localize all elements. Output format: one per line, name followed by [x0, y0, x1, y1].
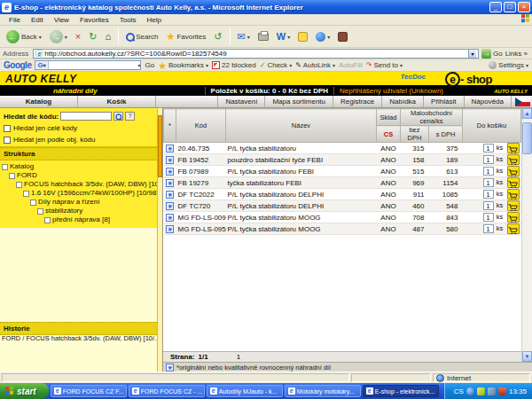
tree-node-icon[interactable] [44, 217, 51, 223]
add-to-cart-button[interactable] [507, 212, 520, 223]
col-name[interactable]: Název [226, 109, 377, 143]
scroll-up-icon[interactable]: ▲ [522, 108, 532, 119]
google-search-input[interactable]: G▾ ▾ [35, 60, 141, 70]
quantity-input[interactable] [483, 190, 494, 199]
taskbar-window-button[interactable]: e Motokáry motokáry... [285, 385, 361, 397]
home-button[interactable]: ⌂ [102, 30, 113, 43]
quantity-input[interactable] [483, 167, 494, 176]
col-original[interactable]: * [164, 109, 176, 143]
original-part-icon[interactable]: ✳ [166, 191, 174, 199]
original-part-icon[interactable]: ✳ [166, 214, 174, 222]
tree-node-icon[interactable] [23, 191, 29, 197]
nav-tab[interactable]: Košík [78, 96, 156, 107]
minimize-button[interactable]: _ [489, 2, 502, 12]
scroll-down-icon[interactable]: ▼ [522, 351, 532, 362]
nav-tab[interactable]: Registrace [333, 96, 382, 107]
add-to-cart-button[interactable] [507, 143, 520, 153]
original-part-icon[interactable]: ✳ [166, 179, 174, 187]
nav-tab[interactable]: Přihlásit [424, 96, 464, 107]
search-help-button[interactable]: ? [125, 112, 135, 121]
page-number-link[interactable]: 1 [237, 353, 240, 361]
quantity-input[interactable] [483, 224, 494, 233]
col-stock[interactable]: Sklad [377, 109, 401, 126]
part-name[interactable]: P/L tyčka stabilizátoru FEBI [226, 166, 377, 177]
add-to-cart-button[interactable] [507, 154, 520, 165]
bookmarks-button[interactable]: ★ Bookmarks▾ [158, 60, 208, 71]
sidebar-scrollbar-thumb[interactable] [158, 115, 162, 177]
back-button[interactable]: ← Back ▾ [4, 29, 44, 44]
content-scrollbar[interactable]: ▲ ▼ [521, 108, 532, 362]
add-to-cart-button[interactable] [507, 200, 520, 211]
add-to-cart-button[interactable] [507, 223, 520, 234]
popup-blocker-button[interactable]: 22 blocked [212, 61, 256, 69]
col-code[interactable]: Kód [176, 109, 226, 143]
tree-node-icon[interactable] [16, 182, 22, 188]
col-stock-cs[interactable]: CS [377, 126, 401, 143]
nav-tab[interactable]: Nastavení [218, 96, 265, 107]
part-name[interactable]: P/L tyčka stabilizátoru DELPHI [226, 189, 377, 200]
tree-node-icon[interactable] [37, 208, 43, 215]
czech-flag-icon[interactable] [515, 98, 530, 106]
links-button[interactable]: Links » [505, 50, 529, 58]
part-name[interactable]: P/L tyčka stabilizátoru DELPHI [226, 200, 377, 212]
tree-node[interactable]: stabilizátory [37, 207, 162, 215]
close-button[interactable]: × [518, 2, 530, 12]
search-button[interactable]: Search [123, 32, 160, 42]
history-button[interactable]: ↺ [211, 30, 224, 43]
taskbar-window-button[interactable]: e E-shop - elektronick... [363, 385, 439, 397]
original-part-icon[interactable]: ✳ [166, 156, 174, 164]
search-submit-button[interactable] [113, 112, 123, 121]
taskbar-window-button[interactable]: e FORD FOCUS CZ F... [51, 385, 127, 397]
mail-button[interactable]: ✉ ▾ [235, 30, 253, 43]
tray-antivirus-icon[interactable] [477, 387, 485, 395]
menu-item[interactable]: Help [141, 16, 166, 24]
favorites-button[interactable]: ★ Favorites [164, 30, 209, 43]
original-part-icon[interactable]: ✳ [166, 225, 174, 233]
taskbar-window-button[interactable]: e Autodíly MJauto - k... [207, 385, 283, 397]
col-add-to-cart[interactable]: Do košíku [463, 109, 521, 143]
nav-tab[interactable]: Katalog [0, 96, 78, 107]
edit-with-word-button[interactable]: W ▾ [274, 30, 293, 43]
col-price-gross[interactable]: s DPH [429, 126, 463, 143]
tree-node-icon[interactable] [30, 200, 36, 206]
original-part-icon[interactable]: ✳ [166, 168, 174, 176]
tree-node-icon[interactable] [2, 164, 8, 170]
stop-button[interactable]: × [73, 30, 83, 43]
nav-tab[interactable]: Nápověda [465, 96, 512, 107]
tree-node[interactable]: FORD [9, 171, 162, 180]
maximize-button[interactable]: □ [504, 2, 516, 12]
send-to-button[interactable]: ↷ Send to▾ [366, 61, 403, 69]
original-part-icon[interactable]: ✳ [166, 145, 174, 153]
autolink-button[interactable]: ✎ AutoLink▾ [295, 61, 335, 69]
spellcheck-button[interactable]: ✓ Check▾ [260, 61, 292, 69]
scrollbar-thumb[interactable] [522, 122, 532, 154]
language-indicator[interactable]: CS [454, 387, 464, 395]
part-name[interactable]: pouzdro stabilizační tyče FEBI [226, 154, 377, 166]
taskbar-window-button[interactable]: e FORD FOCUS CZ - ... [129, 385, 205, 397]
tree-node[interactable]: 1.6 16V (1596ccm/74kW/100HP) [10/98-11/.… [23, 189, 162, 198]
col-price-net[interactable]: bez DPH [401, 126, 429, 143]
quantity-input[interactable] [483, 213, 494, 222]
go-button[interactable]: → Go [481, 49, 503, 59]
part-name[interactable]: P/L tyčka stabilizátoru [226, 143, 377, 154]
google-search-dropdown-icon[interactable]: ▾ [137, 62, 140, 68]
google-settings-button[interactable]: Settings▾ [489, 61, 528, 69]
tree-node[interactable]: přední náprava [8] [44, 215, 162, 224]
quantity-input[interactable] [483, 178, 494, 187]
add-to-cart-button[interactable] [507, 189, 520, 200]
address-dropdown-icon[interactable]: ▾ [468, 50, 476, 58]
menu-item[interactable]: Edit [26, 16, 49, 24]
tree-node[interactable]: FOCUS hatchback 3/5dv. (DAW, DBW) [10/98… [16, 180, 162, 189]
nav-tab[interactable]: Mapa sortimentu [265, 96, 333, 107]
part-name[interactable]: P/L tyčka stabilizátoru MOOG [226, 212, 377, 223]
print-button[interactable] [255, 32, 271, 42]
menu-item[interactable]: View [49, 16, 74, 24]
notes-button[interactable] [295, 31, 310, 43]
part-name[interactable]: P/L tyčka stabilizátoru MOOG [226, 223, 377, 235]
address-input[interactable]: e http://obchod.autokelly.cz/?SRC=100&Ro… [33, 49, 479, 59]
tray-security-icon[interactable] [498, 387, 506, 395]
nav-tab[interactable]: Nabídka [382, 96, 424, 107]
sidebar-scrollbar[interactable] [157, 108, 162, 372]
menu-item[interactable]: File [4, 16, 26, 24]
quantity-input[interactable] [483, 144, 494, 153]
